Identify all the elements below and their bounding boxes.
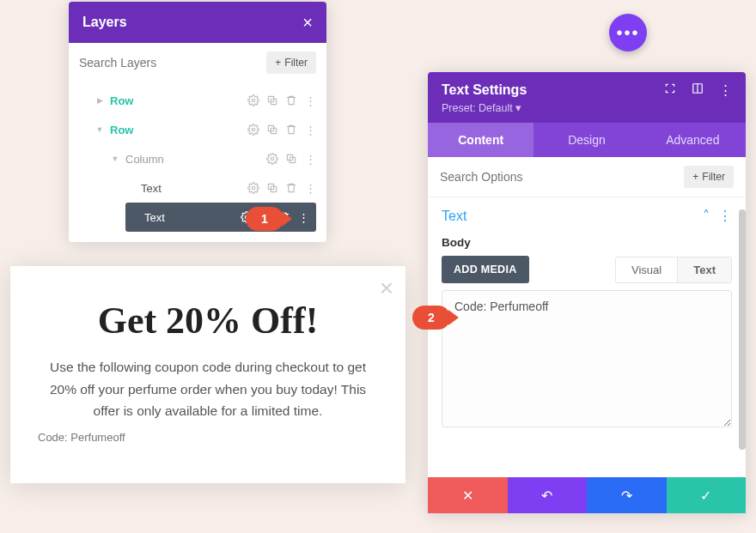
footer-save-button[interactable]: ✓ xyxy=(667,477,747,513)
layer-label: Row xyxy=(110,94,242,107)
section-header-text[interactable]: Text ˄ ⋮ xyxy=(442,208,732,224)
more-dots-icon[interactable]: ⋮ xyxy=(304,182,316,195)
duplicate-icon[interactable] xyxy=(285,153,297,166)
editor-mode-tabs: Visual Text xyxy=(615,257,732,283)
svg-point-9 xyxy=(252,186,255,190)
layer-row-actions: ⋮ xyxy=(247,182,316,195)
layer-label: Column xyxy=(125,153,261,166)
plus-icon: + xyxy=(692,171,698,183)
settings-title: Text Settings xyxy=(442,82,527,98)
layer-row-row-1[interactable]: ▶ Row ⋮ xyxy=(79,86,316,115)
duplicate-icon[interactable] xyxy=(266,94,278,107)
filter-label: Filter xyxy=(702,171,725,183)
trash-icon[interactable] xyxy=(285,182,297,195)
popup-body-text: Use the following coupon code during che… xyxy=(38,356,378,422)
layer-row-text-1[interactable]: Text ⋮ xyxy=(79,173,316,203)
chevron-up-icon[interactable]: ˄ xyxy=(703,208,710,224)
body-field-label: Body xyxy=(442,236,732,249)
layer-row-actions: ⋮ xyxy=(247,124,316,136)
section-title: Text xyxy=(442,209,466,224)
settings-header[interactable]: Text Settings ⋮ Preset: Default ▾ xyxy=(428,72,746,123)
gear-icon[interactable] xyxy=(247,182,259,195)
layers-search-row: + Filter xyxy=(69,43,326,82)
layers-panel: Layers × + Filter ▶ Row ⋮ ▼ Row xyxy=(69,2,326,242)
layer-row-actions: ⋮ xyxy=(266,153,316,166)
layer-label: Row xyxy=(110,124,242,136)
body-editor-textarea[interactable]: Code: Perfumeoff xyxy=(442,290,732,427)
caret-down-icon[interactable]: ▼ xyxy=(94,125,105,134)
trash-icon[interactable] xyxy=(285,124,297,136)
popup-close-icon[interactable]: × xyxy=(380,275,393,302)
footer-undo-button[interactable]: ↶ xyxy=(508,477,588,513)
svg-point-6 xyxy=(271,157,274,161)
text-settings-panel: Text Settings ⋮ Preset: Default ▾ Conten… xyxy=(428,72,746,513)
popup-code-line: Code: Perfumeoff xyxy=(38,431,378,444)
plus-icon: + xyxy=(275,57,281,69)
more-dots-icon[interactable]: ⋮ xyxy=(304,94,316,107)
layers-close-icon[interactable]: × xyxy=(302,13,313,33)
trash-icon[interactable] xyxy=(285,94,297,107)
gear-icon[interactable] xyxy=(247,124,259,136)
layer-label: Text xyxy=(144,211,235,224)
callout-marker-1: 1 xyxy=(246,207,284,231)
settings-search-row: + Filter xyxy=(428,157,746,197)
settings-body: Text ˄ ⋮ Body ADD MEDIA Visual Text Code… xyxy=(428,197,746,443)
settings-tabs: Content Design Advanced xyxy=(428,123,746,157)
add-media-button[interactable]: ADD MEDIA xyxy=(442,256,529,283)
caret-right-icon[interactable]: ▶ xyxy=(94,96,105,105)
popup-preview: × Get 20% Off! Use the following coupon … xyxy=(10,266,405,483)
layer-row-column[interactable]: ▼ Column ⋮ xyxy=(79,144,316,173)
layer-row-row-2[interactable]: ▼ Row ⋮ xyxy=(79,115,316,144)
svg-point-3 xyxy=(252,128,255,131)
more-dots-icon[interactable]: ⋮ xyxy=(304,124,316,136)
duplicate-icon[interactable] xyxy=(266,182,278,195)
gear-icon[interactable] xyxy=(266,153,278,166)
layer-row-actions: ⋮ xyxy=(247,94,316,107)
settings-header-icons: ⋮ xyxy=(664,82,732,98)
focus-icon[interactable] xyxy=(664,82,676,98)
settings-search-input[interactable] xyxy=(440,170,677,184)
caret-down-icon: ▾ xyxy=(515,102,521,114)
svg-point-0 xyxy=(252,99,255,102)
footer-redo-button[interactable]: ↷ xyxy=(587,477,667,513)
settings-footer: ✕ ↶ ↷ ✓ xyxy=(428,477,746,513)
settings-filter-button[interactable]: + Filter xyxy=(684,166,734,188)
more-dots-icon[interactable]: ⋮ xyxy=(304,153,316,166)
tab-design[interactable]: Design xyxy=(533,123,639,157)
layers-title: Layers xyxy=(82,15,127,30)
floating-more-button[interactable]: ••• xyxy=(609,14,647,51)
more-dots-icon[interactable]: ⋮ xyxy=(297,211,309,224)
more-dots-icon[interactable]: ⋮ xyxy=(719,82,732,98)
settings-scrollbar[interactable] xyxy=(739,209,746,450)
callout-marker-2: 2 xyxy=(412,306,450,330)
tab-content[interactable]: Content xyxy=(428,123,533,157)
gear-icon[interactable] xyxy=(247,94,259,107)
more-dots-icon[interactable]: ⋮ xyxy=(718,208,732,224)
layers-search-input[interactable] xyxy=(79,56,259,70)
footer-cancel-button[interactable]: ✕ xyxy=(428,477,508,513)
tab-advanced[interactable]: Advanced xyxy=(640,123,746,157)
layer-label: Text xyxy=(141,182,242,195)
filter-label: Filter xyxy=(284,57,308,69)
duplicate-icon[interactable] xyxy=(266,124,278,136)
editor-tab-text[interactable]: Text xyxy=(677,257,731,282)
editor-tab-visual[interactable]: Visual xyxy=(616,257,677,282)
layout-icon[interactable] xyxy=(692,82,704,98)
popup-heading: Get 20% Off! xyxy=(38,299,378,342)
preset-dropdown[interactable]: Preset: Default ▾ xyxy=(442,101,732,114)
media-row: ADD MEDIA Visual Text xyxy=(442,256,732,283)
layers-filter-button[interactable]: + Filter xyxy=(266,51,316,74)
section-collapse: ˄ ⋮ xyxy=(703,208,732,224)
layers-panel-header[interactable]: Layers × xyxy=(69,2,326,43)
caret-down-icon[interactable]: ▼ xyxy=(110,154,120,163)
